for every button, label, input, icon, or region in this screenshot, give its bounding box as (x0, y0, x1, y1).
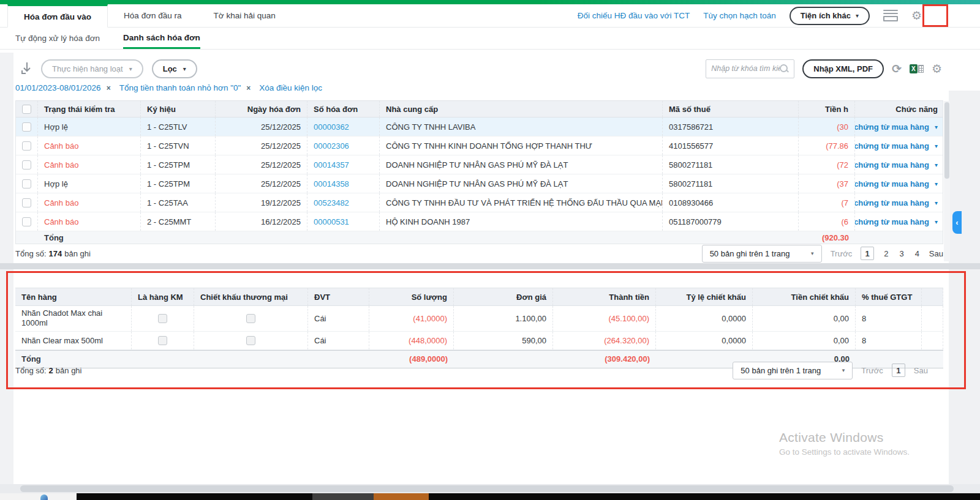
col-status[interactable]: Trạng thái kiểm tra (38, 101, 141, 117)
invoice-number-link[interactable]: 00000531 (314, 217, 349, 226)
table-row[interactable]: Nhãn Clear max 500ml Cái (448,0000) 590,… (15, 332, 943, 350)
next-page-button[interactable]: Sau (929, 249, 943, 258)
app-window: Hóa đơn đầu vào Hóa đơn đầu ra Tờ khai h… (0, 0, 980, 500)
col-amount[interactable]: Tiền h (799, 101, 855, 117)
scroll-to-bottom-icon[interactable] (20, 62, 32, 75)
refresh-icon[interactable]: ⟳ (892, 63, 902, 75)
page-size-select[interactable]: 50 bản ghi trên 1 trang ▾ (733, 362, 853, 379)
horizontal-scrollbar[interactable] (0, 484, 980, 493)
horizontal-scrollbar-thumb[interactable] (20, 485, 954, 492)
table-row[interactable]: Nhãn Chadot Max chai 1000ml Cái (41,0000… (15, 306, 943, 332)
close-icon[interactable]: × (246, 84, 251, 92)
col-unit[interactable]: ĐVT (308, 288, 369, 305)
table-row[interactable]: Cảnh báo 2 - C25MMT 16/12/2025 00000531 … (16, 212, 943, 231)
row-checkbox[interactable] (22, 179, 31, 188)
row-checkbox[interactable] (22, 122, 31, 132)
page-1-button[interactable]: 1 (892, 364, 905, 377)
prev-page-button[interactable]: Trước (861, 366, 883, 375)
create-document-link[interactable]: Lập chứng từ mua hàng▾ (855, 122, 938, 132)
create-document-link[interactable]: Lập chứng từ mua hàng▾ (855, 217, 938, 226)
col-supplier[interactable]: Nhà cung cấp (380, 101, 663, 117)
import-xml-pdf-button[interactable]: Nhập XML, PDF (802, 59, 884, 78)
col-trade-discount[interactable]: Chiết khấu thương mại (194, 288, 308, 305)
clear-filters-link[interactable]: Xóa điều kiện lọc (259, 83, 322, 92)
table-row[interactable]: Cảnh báo 1 - C25TPM 25/12/2025 00014357 … (16, 155, 943, 174)
invoice-number-link[interactable]: 00523482 (314, 198, 349, 207)
invoice-number-link[interactable]: 00014357 (314, 160, 349, 170)
filter-button[interactable]: Lọc ▾ (152, 59, 197, 78)
col-discount-rate[interactable]: Tỷ lệ chiết khấu (656, 288, 753, 305)
tab-hoa-don-dau-vao[interactable]: Hóa đơn đầu vào (7, 4, 108, 28)
search-icon[interactable] (780, 64, 788, 73)
col-amount[interactable]: Thành tiền (553, 288, 656, 305)
trade-discount-checkbox[interactable] (246, 336, 255, 345)
close-icon[interactable]: × (107, 84, 111, 92)
col-number[interactable]: Số hóa đơn (307, 101, 380, 117)
panel-splitter[interactable] (0, 263, 980, 269)
row-checkbox[interactable] (22, 160, 31, 170)
col-is-promo[interactable]: Là hàng KM (132, 288, 194, 305)
export-excel-icon[interactable]: X (910, 64, 924, 73)
create-document-link[interactable]: Lập chứng từ mua hàng▾ (855, 198, 938, 207)
col-symbol[interactable]: Ký hiệu (141, 101, 216, 117)
row-checkbox[interactable] (22, 217, 31, 226)
action-label: Lập chứng từ mua hàng (855, 198, 929, 207)
prev-page-button[interactable]: Trước (831, 249, 853, 258)
trade-discount-checkbox[interactable] (246, 314, 255, 323)
batch-actions-button[interactable]: Thực hiện hàng loạt ▾ (41, 59, 143, 78)
vertical-scrollbar[interactable] (944, 101, 950, 261)
table-row[interactable]: Hợp lệ 1 - C25TPM 25/12/2025 00014358 DO… (16, 174, 943, 193)
invoice-number-link[interactable]: 00014358 (314, 179, 349, 188)
pagination: 50 bản ghi trên 1 trang ▾ Trước 1 Sau (733, 362, 928, 379)
utilities-button[interactable]: Tiện ích khác ▾ (790, 7, 870, 25)
table-row[interactable]: Cảnh báo 1 - C25TAA 19/12/2025 00523482 … (16, 193, 943, 212)
taskbar-gray-segment (312, 493, 374, 500)
invoice-table-header: Trạng thái kiểm tra Ký hiệu Ngày hóa đơn… (16, 100, 943, 118)
collapse-panel-chevron[interactable]: ‹ (952, 211, 962, 234)
accounting-options-link[interactable]: Tùy chọn hạch toán (703, 11, 776, 20)
invoice-number-link[interactable]: 00002306 (314, 141, 349, 151)
page-2-button[interactable]: 2 (883, 249, 889, 258)
col-date[interactable]: Ngày hóa đơn (216, 101, 307, 117)
filter-button-label: Lọc (163, 64, 177, 73)
page-1-button[interactable]: 1 (861, 247, 874, 260)
page-4-button[interactable]: 4 (914, 249, 921, 258)
gear-icon[interactable]: ⚙ (911, 10, 922, 21)
invoice-number-link[interactable]: 00000362 (314, 122, 349, 132)
supplier-cell: CÔNG TY TNHH LAVIBA (380, 118, 663, 136)
reconcile-link[interactable]: Đối chiếu HĐ đầu vào với TCT (578, 11, 690, 20)
create-document-link[interactable]: Lập chứng từ mua hàng▾ (855, 179, 938, 188)
col-quantity[interactable]: Số lượng (369, 288, 454, 305)
action-label: Lập chứng từ mua hàng (855, 179, 929, 188)
next-page-button[interactable]: Sau (914, 366, 928, 375)
tab-tu-dong-xu-ly[interactable]: Tự động xử lý hóa đơn (15, 28, 100, 49)
page-size-select[interactable]: 50 bản ghi trên 1 trang ▾ (702, 245, 822, 263)
table-row[interactable]: Hợp lệ 1 - C25TLV 25/12/2025 00000362 CÔ… (16, 118, 943, 136)
row-checkbox[interactable] (22, 198, 31, 207)
table-settings-gear-icon[interactable]: ⚙ (932, 63, 942, 75)
promo-checkbox[interactable] (158, 336, 167, 345)
page-3-button[interactable]: 3 (898, 249, 905, 258)
tab-hoa-don-dau-ra[interactable]: Hóa đơn đầu ra (108, 4, 197, 27)
col-unit-price[interactable]: Đơn giá (454, 288, 553, 305)
col-discount-amount[interactable]: Tiền chiết khấu (753, 288, 856, 305)
discount-rate-cell: 0,0000 (656, 332, 753, 349)
create-document-link[interactable]: Lập chứng từ mua hàng▾ (855, 160, 938, 170)
col-tax-code[interactable]: Mã số thuế (663, 101, 799, 117)
amount-cell: (7 (799, 193, 855, 212)
pagination: 50 bản ghi trên 1 trang ▾ Trước 1 2 3 4 … (702, 245, 943, 263)
create-document-link[interactable]: Lập chứng từ mua hàng▾ (855, 141, 938, 151)
tab-to-khai-hai-quan[interactable]: Tờ khai hải quan (198, 4, 292, 27)
search-input[interactable] (711, 64, 780, 73)
select-all-checkbox[interactable] (22, 105, 31, 114)
row-checkbox[interactable] (22, 141, 31, 151)
supplier-cell: CÔNG TY TNHH KINH DOANH TỔNG HỢP THANH T… (380, 136, 663, 155)
layout-list-icon[interactable] (883, 10, 898, 21)
promo-checkbox[interactable] (158, 314, 167, 323)
col-item-name[interactable]: Tên hàng (15, 288, 132, 305)
tax-code-cell: 051187000779 (663, 212, 799, 231)
col-vat[interactable]: % thuế GTGT (856, 288, 922, 305)
vertical-scrollbar-thumb[interactable] (944, 102, 949, 179)
table-row[interactable]: Cảnh báo 1 - C25TVN 25/12/2025 00002306 … (16, 136, 943, 155)
tab-danh-sach-hoa-don[interactable]: Danh sách hóa đơn (123, 28, 200, 49)
